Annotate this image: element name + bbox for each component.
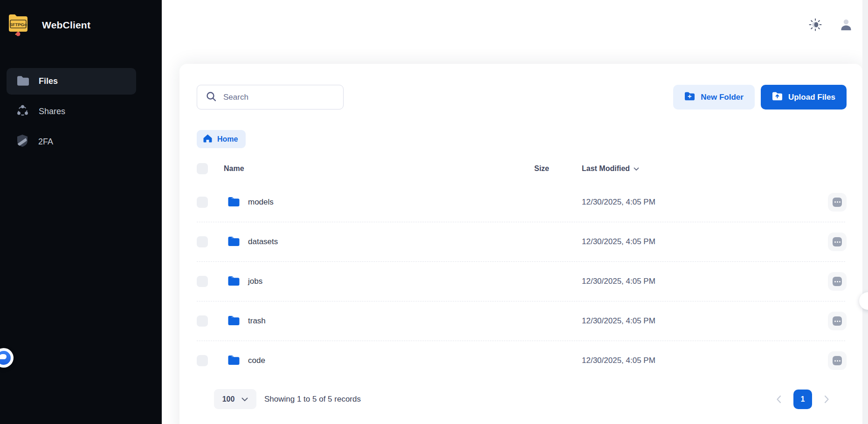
row-actions-button[interactable] <box>828 351 847 370</box>
table-row: models 12/30/2025, 4:05 PM <box>197 182 845 222</box>
row-actions-button[interactable] <box>828 193 847 212</box>
row-checkbox[interactable] <box>197 355 208 366</box>
column-header-name: Name <box>208 164 534 173</box>
sidebar-item-files[interactable]: Files <box>7 68 136 95</box>
records-summary: Showing 1 to 5 of 5 records <box>264 395 361 404</box>
breadcrumb-home-label: Home <box>217 135 238 144</box>
sidebar-item-shares[interactable]: Shares <box>7 98 136 125</box>
per-page-select[interactable]: 100 <box>214 389 256 409</box>
per-page-value: 100 <box>222 395 235 403</box>
search-input[interactable] <box>223 85 343 109</box>
search-box <box>197 85 344 109</box>
folder-blue-icon <box>227 196 240 209</box>
folder-link[interactable]: datasets <box>208 235 534 248</box>
folder-blue-icon <box>227 275 240 288</box>
folder-link[interactable]: models <box>208 196 534 209</box>
ellipsis-icon <box>833 198 842 207</box>
new-folder-button[interactable]: New Folder <box>673 85 755 109</box>
folder-name: code <box>248 356 265 365</box>
folder-upload-icon <box>772 91 783 103</box>
folder-blue-icon <box>227 315 240 328</box>
user-icon[interactable] <box>839 18 853 32</box>
files-panel: New Folder Upload Files Home <box>179 64 862 424</box>
table-row: datasets 12/30/2025, 4:05 PM <box>197 222 845 261</box>
sftpgo-logo-icon: SFTPGo <box>7 12 29 38</box>
upload-files-button[interactable]: Upload Files <box>761 85 847 109</box>
row-actions-button[interactable] <box>828 233 847 251</box>
new-folder-label: New Folder <box>701 93 744 102</box>
folder-plus-icon <box>684 91 695 103</box>
home-icon <box>203 134 213 145</box>
next-page-button[interactable] <box>824 395 829 403</box>
ellipsis-icon <box>833 277 842 286</box>
app-title: WebClient <box>42 20 90 31</box>
sidebar-item-label: Shares <box>39 107 65 116</box>
folder-link[interactable]: jobs <box>208 275 534 288</box>
scrollbar-track[interactable] <box>862 0 868 424</box>
row-actions-button[interactable] <box>828 312 847 330</box>
ellipsis-icon <box>833 237 842 246</box>
brand: SFTPGo WebClient <box>0 0 162 38</box>
last-modified: 12/30/2025, 4:05 PM <box>582 316 828 326</box>
table-body: models 12/30/2025, 4:05 PM <box>197 182 845 380</box>
ellipsis-icon <box>833 356 842 365</box>
select-all-checkbox[interactable] <box>197 163 208 174</box>
sidebar-nav: Files Shares 2FA <box>0 68 162 155</box>
folder-blue-icon <box>227 354 240 367</box>
folder-link[interactable]: trash <box>208 315 534 328</box>
assistant-icon <box>0 351 11 365</box>
last-modified: 12/30/2025, 4:05 PM <box>582 356 828 365</box>
topbar-actions <box>808 18 853 32</box>
folder-icon <box>16 75 29 88</box>
shield-icon <box>16 134 28 150</box>
folder-link[interactable]: code <box>208 354 534 367</box>
table-footer: 100 Showing 1 to 5 of 5 records 1 <box>214 389 829 409</box>
sidebar-item-label: Files <box>39 76 58 86</box>
table-row: jobs 12/30/2025, 4:05 PM <box>197 261 845 301</box>
previous-page-button[interactable] <box>776 395 781 403</box>
last-modified: 12/30/2025, 4:05 PM <box>582 277 828 286</box>
share-nodes-icon <box>16 104 29 119</box>
sidebar: SFTPGo WebClient Files <box>0 0 162 424</box>
sidebar-item-2fa[interactable]: 2FA <box>7 129 136 155</box>
table-row: code 12/30/2025, 4:05 PM <box>197 341 845 380</box>
folder-name: trash <box>248 316 266 326</box>
breadcrumb: Home <box>179 109 862 148</box>
theme-toggle-icon[interactable] <box>808 18 822 32</box>
table-header: Name Size Last Modified <box>197 155 845 182</box>
pagination: 1 <box>776 390 829 409</box>
folder-name: jobs <box>248 277 262 286</box>
ellipsis-icon <box>833 316 842 326</box>
files-table: Name Size Last Modified <box>197 155 845 409</box>
folder-name: datasets <box>248 237 278 246</box>
svg-text:SFTPGo: SFTPGo <box>9 22 27 27</box>
row-checkbox[interactable] <box>197 315 208 327</box>
chevron-down-icon <box>241 395 248 403</box>
sort-desc-icon <box>634 164 639 173</box>
table-row: trash 12/30/2025, 4:05 PM <box>197 301 845 341</box>
row-checkbox[interactable] <box>197 236 208 247</box>
toolbar: New Folder Upload Files <box>179 64 862 109</box>
last-modified: 12/30/2025, 4:05 PM <box>582 198 828 207</box>
breadcrumb-home[interactable]: Home <box>197 130 246 148</box>
search-icon <box>206 91 217 104</box>
sidebar-item-label: 2FA <box>38 137 53 147</box>
upload-files-label: Upload Files <box>788 93 835 102</box>
page-1-button[interactable]: 1 <box>793 390 812 409</box>
column-header-last-modified[interactable]: Last Modified <box>582 164 828 173</box>
toolbar-buttons: New Folder Upload Files <box>673 85 847 109</box>
row-actions-button[interactable] <box>828 272 847 291</box>
column-header-size: Size <box>534 164 582 173</box>
folder-name: models <box>248 198 274 207</box>
last-modified: 12/30/2025, 4:05 PM <box>582 237 828 246</box>
row-checkbox[interactable] <box>197 197 208 208</box>
folder-blue-icon <box>227 235 240 248</box>
row-checkbox[interactable] <box>197 276 208 287</box>
